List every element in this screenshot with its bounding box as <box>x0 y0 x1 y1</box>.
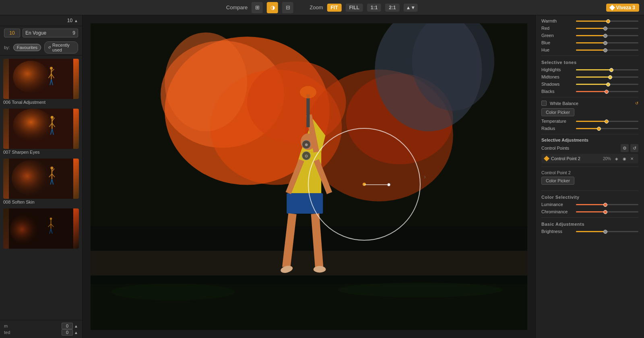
preset-num-input[interactable] <box>4 29 20 37</box>
radius-track[interactable] <box>576 128 638 129</box>
warmth-track[interactable] <box>576 21 638 22</box>
stepper2-up[interactable]: ▲ <box>74 330 78 335</box>
temperature-track[interactable] <box>576 121 638 122</box>
svg-point-28 <box>10 213 44 245</box>
ctrl-btn-top[interactable]: ⊕ <box>302 140 311 149</box>
cp-add-btn[interactable]: ⚙ <box>621 144 629 152</box>
selective-adjustments-title: Selective Adjustments <box>541 138 588 142</box>
midtones-slider-row: Midtones <box>541 74 638 79</box>
stepper-2[interactable]: 0 ▲ <box>62 329 78 336</box>
left-panel: 10 ▲ En Vogue 9 by: Favourites ↺ Recentl… <box>0 15 83 338</box>
expand-arrow-icon[interactable]: ▲ <box>74 19 78 23</box>
svg-point-20 <box>50 167 53 169</box>
zoom-fill-btn[interactable]: FILL <box>345 4 363 12</box>
zoom-1x-btn[interactable]: 1:1 <box>367 4 381 12</box>
zoom-fit-btn[interactable]: FIT <box>327 4 341 12</box>
svg-point-60 <box>314 266 326 272</box>
divider-2 <box>541 97 638 97</box>
preset-item-007[interactable]: 007 Sharpen Eyes <box>0 107 82 157</box>
blue-track[interactable] <box>576 42 638 43</box>
stepper-1[interactable]: 0 ▲ <box>62 323 78 329</box>
circle-handle-line <box>364 184 388 185</box>
green-track[interactable] <box>576 35 638 36</box>
control-point-2-item[interactable]: Control Point 2 20% ◈ ◉ ✕ <box>541 154 638 163</box>
cp-settings-btn[interactable]: ↺ <box>630 144 638 152</box>
shadows-label: Shadows <box>541 82 574 87</box>
chrominance-slider-row: Chrominance <box>541 209 638 214</box>
svg-point-40 <box>165 33 247 132</box>
white-balance-action[interactable]: ↺ <box>635 101 638 105</box>
svg-point-62 <box>111 284 235 300</box>
blacks-track[interactable] <box>576 91 638 92</box>
ctrl-btn-bottom[interactable]: ⊙ <box>302 151 311 160</box>
cp-2-edit-btn[interactable]: ◈ <box>613 155 620 162</box>
preset-item-006[interactable]: 006 Tonal Adjustment <box>0 57 82 107</box>
preset-thumb-006 <box>3 59 79 99</box>
highlights-label: Highlights <box>541 67 574 72</box>
hue-slider-row: Hue <box>541 47 638 52</box>
right-panel: Warmth Red Green <box>535 15 644 338</box>
white-balance-checkbox[interactable] <box>541 101 547 106</box>
compare-btn-2[interactable]: ◑ <box>267 2 278 13</box>
canvas-area[interactable]: ⊕ ⊙ › <box>83 15 535 338</box>
main-area: 10 ▲ En Vogue 9 by: Favourites ↺ Recentl… <box>0 15 644 338</box>
svg-point-63 <box>338 282 502 297</box>
svg-point-11 <box>51 116 54 119</box>
circle-handle-end[interactable] <box>387 183 390 186</box>
preset-list: 006 Tonal Adjustment <box>0 56 82 320</box>
right-panel-inner: Warmth Red Green <box>536 15 644 239</box>
divider-6 <box>541 217 638 218</box>
luminance-track[interactable] <box>576 204 638 205</box>
control-buttons: ⊕ ⊙ <box>302 140 311 160</box>
white-balance-row: White Balance ↺ <box>541 101 638 106</box>
blacks-label: Blacks <box>541 89 574 94</box>
preset-name-008: 008 Soften Skin <box>3 199 79 206</box>
compare-btn-3[interactable]: ⊟ <box>282 2 293 13</box>
svg-rect-47 <box>91 251 527 275</box>
chrominance-track[interactable] <box>576 211 638 212</box>
warmth-label: Warmth <box>541 19 574 23</box>
cp-2-visibility-btn[interactable]: ◉ <box>621 155 627 162</box>
brightness-label: Brightness <box>541 229 574 234</box>
midtones-track[interactable] <box>576 76 638 78</box>
cp-2-value: 20% <box>603 157 611 161</box>
divider-3 <box>541 134 638 134</box>
preset-dropdown[interactable]: En Vogue 9 <box>23 29 78 37</box>
red-track[interactable] <box>576 28 638 29</box>
svg-point-10 <box>13 109 53 142</box>
circle-tool[interactable] <box>308 128 421 241</box>
stepper1-up[interactable]: ▲ <box>74 324 78 328</box>
hue-track[interactable] <box>576 49 638 51</box>
control-points-actions: ⚙ ↺ <box>621 144 638 152</box>
midtones-label: Midtones <box>541 74 574 79</box>
preset-item-extra[interactable] <box>0 207 82 252</box>
recently-used-filter[interactable]: ↺ Recently used <box>44 41 78 54</box>
warmth-slider-row: Warmth <box>541 19 638 23</box>
control-points-label: Control Points <box>541 146 574 150</box>
favourites-filter[interactable]: Favourites <box>13 44 41 51</box>
zoom-2x-btn[interactable]: 2:1 <box>385 4 399 12</box>
svg-point-2 <box>50 67 53 70</box>
preset-name-007: 007 Sharpen Eyes <box>3 149 79 156</box>
svg-rect-57 <box>306 94 310 127</box>
divider-1 <box>541 56 638 56</box>
shadows-track[interactable] <box>576 84 638 85</box>
radius-slider-row: Radius <box>541 126 638 131</box>
temperature-slider-row: Temperature <box>541 119 638 124</box>
color-picker-btn-2[interactable]: Color Picker <box>541 177 574 185</box>
cp-2-name: Control Point 2 <box>551 156 601 161</box>
zoom-updown-btn[interactable]: ▲▼ <box>403 4 418 12</box>
preset-item-008[interactable]: 008 Soften Skin <box>0 157 82 207</box>
brightness-track[interactable] <box>576 231 638 232</box>
red-label: Red <box>541 26 574 31</box>
zoom-label: Zoom <box>310 4 323 10</box>
toolbar-center: Compare ⊞ ◑ ⊟ Zoom FIT FILL 1:1 2:1 ▲▼ <box>226 2 418 13</box>
highlights-track[interactable] <box>576 69 638 70</box>
cp-2-delete-btn[interactable]: ✕ <box>629 155 635 162</box>
cp-2-icons: ◈ ◉ ✕ <box>613 155 635 162</box>
compare-btn-1[interactable]: ⊞ <box>252 2 263 13</box>
color-selectivity-title: Color Selectivity <box>541 195 638 200</box>
right-scroll-arrow[interactable]: › <box>424 173 426 180</box>
color-picker-btn-1[interactable]: Color Picker <box>541 108 574 116</box>
red-slider-row: Red <box>541 26 638 31</box>
